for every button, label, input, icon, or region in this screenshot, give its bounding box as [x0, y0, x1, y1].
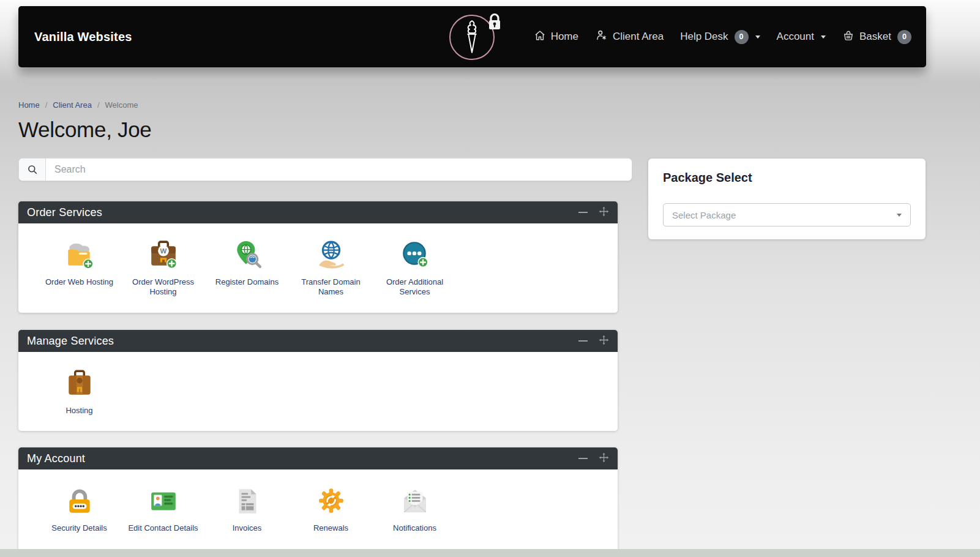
bottom-edge: [0, 549, 980, 557]
package-select-card: Package Select Select Package: [648, 159, 926, 239]
minimize-icon[interactable]: [578, 340, 588, 342]
tile-label: Edit Contact Details: [121, 523, 205, 533]
nav-item-client-area[interactable]: Client Area: [595, 29, 664, 45]
panel-tools: [578, 452, 609, 465]
basket-icon: [842, 29, 855, 45]
tile-transfer-domain-names[interactable]: Transfer Domain Names: [289, 238, 373, 297]
nav-item-account[interactable]: Account: [777, 31, 826, 43]
tile-label: Invoices: [205, 523, 289, 533]
padlock-icon: [486, 12, 503, 36]
nav-item-basket[interactable]: Basket 0: [842, 29, 911, 45]
manage-services-body: Hosting: [18, 352, 618, 431]
minimize-icon[interactable]: [578, 212, 588, 213]
breadcrumb-client-area[interactable]: Client Area: [53, 100, 92, 110]
package-select-dropdown[interactable]: Select Package: [663, 203, 911, 226]
nav-menu: Home Client Area Help Desk 0 Account: [534, 6, 911, 67]
user-gear-icon: [595, 29, 608, 45]
order-services-panel: Order Services: [18, 201, 618, 313]
gear-sync-icon: [289, 484, 373, 518]
nav-label-account: Account: [777, 31, 814, 43]
tile-label: Security Details: [37, 523, 121, 533]
home-icon: [534, 29, 546, 45]
tile-label: Notifications: [373, 523, 457, 533]
nav-label-client-area: Client Area: [613, 31, 664, 43]
top-navbar: Vanilla Websites Home: [18, 6, 926, 67]
order-services-body: Order Web Hosting W Order WordPress Host…: [18, 223, 618, 313]
wordpress-briefcase-plus-icon: W: [121, 238, 205, 272]
manage-services-header[interactable]: Manage Services: [18, 330, 618, 352]
svg-text:W: W: [160, 247, 166, 255]
tile-edit-contact-details[interactable]: Edit Contact Details: [121, 484, 205, 533]
tile-label: Hosting: [37, 406, 121, 416]
tile-order-additional-services[interactable]: Order Additional Services: [373, 238, 457, 297]
tile-order-wordpress-hosting[interactable]: W Order WordPress Hosting: [121, 238, 205, 297]
tile-label: Transfer Domain Names: [289, 277, 373, 297]
panel-tools: [578, 206, 609, 219]
invoice-document-icon: [205, 484, 289, 518]
move-icon[interactable]: [599, 335, 609, 348]
order-services-header[interactable]: Order Services: [18, 201, 618, 223]
my-account-panel: My Account Se: [18, 447, 618, 557]
tile-hosting[interactable]: Hosting: [37, 367, 121, 416]
tile-notifications[interactable]: Notifications: [373, 484, 457, 533]
chevron-down-icon: [897, 214, 902, 217]
breadcrumb-current: Welcome: [105, 100, 138, 110]
search-bar: [18, 158, 632, 181]
search-input[interactable]: [46, 159, 632, 181]
breadcrumb: Home / Client Area / Welcome: [18, 100, 138, 110]
package-select-title: Package Select: [663, 171, 752, 185]
tile-order-web-hosting[interactable]: Order Web Hosting: [37, 238, 121, 287]
package-select-placeholder: Select Package: [672, 210, 897, 220]
envelope-list-icon: [373, 484, 457, 518]
panel-title: My Account: [27, 452, 85, 465]
tile-label: Order Additional Services: [373, 277, 457, 297]
breadcrumb-separator: /: [45, 100, 48, 110]
map-pin-search-icon: [205, 238, 289, 272]
nav-item-help-desk[interactable]: Help Desk 0: [680, 30, 760, 44]
tile-security-details[interactable]: Security Details: [37, 484, 121, 533]
padlock-password-icon: [37, 484, 121, 518]
help-desk-count-badge: 0: [735, 30, 749, 44]
nav-label-help-desk: Help Desk: [680, 31, 728, 43]
minimize-icon[interactable]: [578, 458, 588, 459]
tile-invoices[interactable]: Invoices: [205, 484, 289, 533]
id-card-icon: [121, 484, 205, 518]
brand-logo-text[interactable]: Vanilla Websites: [34, 6, 132, 67]
tile-label: Renewals: [289, 523, 373, 533]
folder-cloud-plus-icon: [37, 238, 121, 272]
breadcrumb-home[interactable]: Home: [18, 100, 40, 110]
panel-title: Manage Services: [27, 335, 114, 348]
my-account-body: Security Details Edit Contact Details: [18, 469, 618, 557]
ellipsis-circle-plus-icon: [373, 238, 457, 272]
globe-hand-icon: [289, 238, 373, 272]
panel-tools: [578, 335, 609, 348]
panel-title: Order Services: [27, 206, 102, 219]
tile-renewals[interactable]: Renewals: [289, 484, 373, 533]
tile-label: Order WordPress Hosting: [121, 277, 205, 297]
chevron-down-icon: [821, 36, 826, 39]
nav-label-basket: Basket: [859, 31, 891, 43]
nav-label-home: Home: [551, 31, 578, 43]
tile-label: Order Web Hosting: [37, 277, 121, 287]
page-title: Welcome, Joe: [18, 118, 152, 142]
manage-services-panel: Manage Services: [18, 330, 618, 431]
breadcrumb-separator: /: [97, 100, 100, 110]
search-icon: [19, 159, 46, 181]
site-logo: [449, 15, 496, 61]
nav-item-home[interactable]: Home: [534, 29, 578, 45]
my-account-header[interactable]: My Account: [18, 447, 618, 469]
move-icon[interactable]: [599, 206, 609, 219]
tile-label: Register Domains: [205, 277, 289, 287]
chevron-down-icon: [755, 36, 760, 39]
move-icon[interactable]: [599, 452, 609, 465]
briefcase-icon: [37, 367, 121, 401]
tile-register-domains[interactable]: Register Domains: [205, 238, 289, 287]
basket-count-badge: 0: [897, 30, 911, 44]
